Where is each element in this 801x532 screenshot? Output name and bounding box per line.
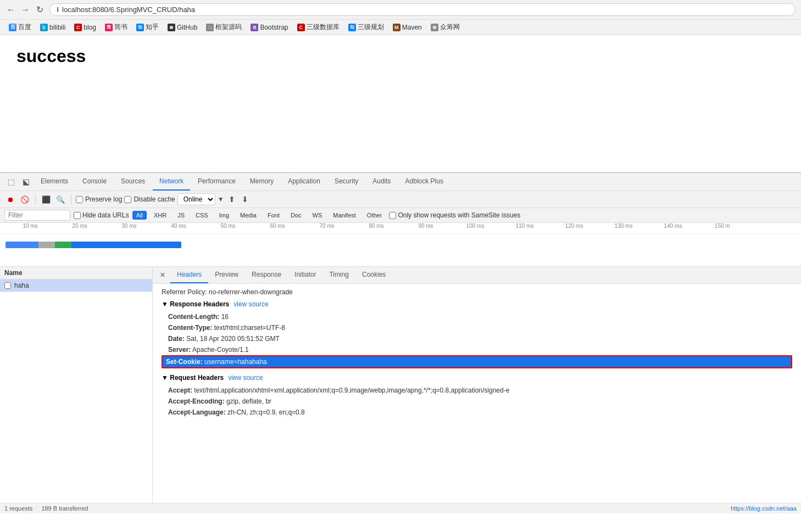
filter-type-font[interactable]: Font <box>264 211 283 220</box>
disable-cache-checkbox[interactable] <box>124 196 131 203</box>
tab-application[interactable]: Application <box>281 173 327 191</box>
bookmark-zhihu3-label: 三级规划 <box>358 23 384 32</box>
bookmark-zhihu[interactable]: 知 知乎 <box>133 21 162 33</box>
bookmark-blog[interactable]: C blog <box>71 23 99 32</box>
bookmark-kuang[interactable]: □ 框架源码 <box>203 21 245 33</box>
tab-elements[interactable]: Elements <box>34 173 75 191</box>
bookmark-github[interactable]: ⊛ GitHub <box>164 23 201 32</box>
filter-type-js[interactable]: JS <box>174 211 188 220</box>
request-view-source-link[interactable]: view source <box>228 374 263 382</box>
download-button[interactable]: ⬇ <box>240 194 251 205</box>
preserve-log-checkbox[interactable] <box>76 196 83 203</box>
bookmark-maven[interactable]: M Maven <box>390 23 425 32</box>
detail-close-button[interactable]: × <box>157 270 168 281</box>
detail-tab-timing[interactable]: Timing <box>322 267 355 283</box>
name-column-header: Name <box>4 269 23 277</box>
bilibili-icon: b <box>40 24 48 31</box>
tick-80ms: 80 ms <box>352 223 401 233</box>
detail-tab-initiator[interactable]: Initiator <box>288 267 322 283</box>
response-header-date: Date: Sat, 18 Apr 2020 05:51:52 GMT <box>168 333 792 344</box>
filter-type-other[interactable]: Other <box>363 211 386 220</box>
bookmarks-bar: 百 百度 b bilibili C blog 简 简书 知 知乎 ⊛ GitHu… <box>0 20 801 35</box>
tick-130ms: 130 ms <box>599 223 648 233</box>
back-button[interactable]: ← <box>5 4 16 15</box>
hide-data-urls-text: Hide data URLs <box>82 211 129 219</box>
tab-performance[interactable]: Performance <box>191 173 242 191</box>
filter-type-manifest[interactable]: Manifest <box>329 211 360 220</box>
throttle-select[interactable]: Online <box>177 193 215 205</box>
tick-60ms: 60 ms <box>253 223 302 233</box>
bookmark-bilibili[interactable]: b bilibili <box>37 23 69 32</box>
tab-adblock[interactable]: Adblock Plus <box>399 173 450 191</box>
bookmark-jianshu[interactable]: 简 简书 <box>102 21 131 33</box>
upload-button[interactable]: ⬆ <box>226 194 237 205</box>
tab-sources[interactable]: Sources <box>114 173 152 191</box>
detail-tab-response[interactable]: Response <box>245 267 288 283</box>
zhihu-icon: 知 <box>136 24 144 31</box>
tab-memory[interactable]: Memory <box>243 173 280 191</box>
set-cookie-value: username=hahahaha <box>204 358 267 366</box>
tab-security[interactable]: Security <box>328 173 365 191</box>
tab-network[interactable]: Network <box>153 173 190 191</box>
accept-encoding-value: gzip, deflate, br <box>226 397 271 405</box>
detail-tab-cookies[interactable]: Cookies <box>355 267 392 283</box>
network-item-checkbox[interactable] <box>4 282 11 289</box>
reload-button[interactable]: ↻ <box>34 4 45 15</box>
preserve-log-label[interactable]: Preserve log <box>76 195 122 203</box>
bookmark-bootstrap[interactable]: B Bootstrap <box>247 23 291 32</box>
bookmark-zhihu3[interactable]: 知 三级规划 <box>345 21 387 33</box>
bookmark-mysql3[interactable]: C 三级数据库 <box>294 21 343 33</box>
filter-bar: Hide data URLs All XHR JS CSS Img Media … <box>0 208 801 223</box>
request-headers-header: ▼ Request Headers view source <box>162 374 792 382</box>
network-item-haha[interactable]: haha <box>0 279 152 292</box>
address-bar[interactable]: ℹ localhost:8080/6.SpringMVC_CRUD/haha <box>49 3 796 16</box>
record-button[interactable]: ⏺ <box>4 193 16 205</box>
filter-type-ws[interactable]: WS <box>309 211 326 220</box>
devtools-panel: ⬚ ⬕ Elements Console Sources Network Per… <box>0 172 801 513</box>
accept-encoding-key: Accept-Encoding: <box>168 397 225 405</box>
transferred-size: 189 B transferred <box>41 505 88 512</box>
date-value: Sat, 18 Apr 2020 05:51:52 GMT <box>186 335 279 343</box>
filter-input[interactable] <box>4 210 70 221</box>
request-section-title: ▼ Request Headers <box>162 374 224 382</box>
bookmark-baidu[interactable]: 百 百度 <box>5 21 35 33</box>
filter-type-img[interactable]: Img <box>215 211 233 220</box>
status-link[interactable]: https://blog.csdn.net/aaa <box>731 505 797 512</box>
filter-icon-button[interactable]: ⬛ <box>40 193 52 205</box>
hide-data-urls-label[interactable]: Hide data URLs <box>74 211 129 219</box>
filter-type-media[interactable]: Media <box>236 211 260 220</box>
hide-data-urls-checkbox[interactable] <box>74 212 81 219</box>
inspect-icon-button[interactable]: ⬚ <box>4 174 18 189</box>
kuang-icon: □ <box>206 24 214 31</box>
clear-button[interactable]: 🚫 <box>19 193 31 205</box>
devtools-toolbar: ⏺ 🚫 ⬛ 🔍 Preserve log Disable cache Onlin… <box>0 191 801 208</box>
search-icon-button[interactable]: 🔍 <box>54 193 66 205</box>
tab-console[interactable]: Console <box>76 173 113 191</box>
accept-language-key: Accept-Language: <box>168 408 226 416</box>
disable-cache-label[interactable]: Disable cache <box>124 195 175 203</box>
tick-10ms: 10 ms <box>5 223 55 233</box>
filter-type-doc[interactable]: Doc <box>287 211 305 220</box>
response-view-source-link[interactable]: view source <box>233 300 268 308</box>
filter-type-css[interactable]: CSS <box>192 211 212 220</box>
content-type-key: Content-Type: <box>168 324 212 332</box>
date-key: Date: <box>168 335 185 343</box>
tbar-blue <box>5 242 38 248</box>
samesite-checkbox[interactable] <box>389 212 396 219</box>
samesite-label[interactable]: Only show requests with SameSite issues <box>389 211 520 219</box>
bookmark-zhongchou[interactable]: ⊕ 众筹网 <box>427 21 463 33</box>
response-header-server: Server: Apache-Coyote/1.1 <box>168 344 792 355</box>
filter-type-all[interactable]: All <box>132 211 147 220</box>
tab-audits[interactable]: Audits <box>366 173 397 191</box>
filter-type-xhr[interactable]: XHR <box>150 211 170 220</box>
network-list: Name haha <box>0 267 153 503</box>
request-header-accept-encoding: Accept-Encoding: gzip, deflate, br <box>168 396 792 407</box>
detail-tab-preview[interactable]: Preview <box>208 267 245 283</box>
device-icon-button[interactable]: ⬕ <box>19 174 33 189</box>
detail-tab-headers[interactable]: Headers <box>170 267 208 283</box>
devtools-tabs-bar: ⬚ ⬕ Elements Console Sources Network Per… <box>0 173 801 191</box>
bootstrap-icon: B <box>251 24 258 31</box>
bookmark-baidu-label: 百度 <box>18 23 31 32</box>
forward-button[interactable]: → <box>20 4 31 15</box>
network-list-body: haha <box>0 279 152 292</box>
